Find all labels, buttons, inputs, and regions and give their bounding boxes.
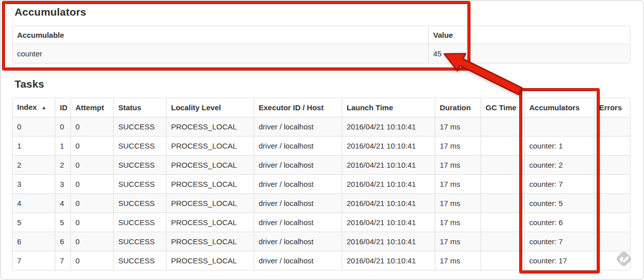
- cell-locality-level: PROCESS_LOCAL: [167, 117, 254, 136]
- cell-accumulators: [525, 117, 595, 136]
- cell-errors: [595, 194, 630, 213]
- tasks-table: Index▲ ID Attempt Status Locality Level …: [12, 98, 630, 270]
- cell-executor-id-host: driver / localhost: [254, 175, 342, 194]
- cell-executor-id-host: driver / localhost: [254, 156, 342, 175]
- cell-attempt: 0: [71, 117, 114, 136]
- col-header-locality-level[interactable]: Locality Level: [167, 98, 254, 117]
- cell-duration: 17 ms: [435, 194, 481, 213]
- cell-status: SUCCESS: [114, 136, 167, 156]
- cell-errors: [595, 117, 630, 136]
- table-row: 000SUCCESSPROCESS_LOCALdriver / localhos…: [13, 117, 630, 136]
- cell-errors: [595, 136, 630, 156]
- cell-gc-time: [481, 213, 525, 232]
- cell-launch-time: 2016/04/21 10:10:41: [342, 251, 435, 270]
- cell-index: 6: [13, 232, 55, 251]
- cell-id: 4: [55, 194, 71, 213]
- cell-duration: 17 ms: [435, 232, 481, 251]
- accumulators-section-title: Accumulators: [15, 6, 629, 18]
- table-row: 550SUCCESSPROCESS_LOCALdriver / localhos…: [13, 213, 630, 232]
- cell-errors: [595, 213, 630, 232]
- cell-accumulators: counter: 1: [525, 136, 595, 156]
- cell-executor-id-host: driver / localhost: [254, 232, 342, 251]
- cell-duration: 17 ms: [435, 117, 481, 136]
- col-header-accumulators[interactable]: Accumulators: [525, 98, 595, 117]
- cell-id: 3: [55, 175, 71, 194]
- cell-status: SUCCESS: [114, 251, 167, 270]
- cell-index: 5: [13, 213, 55, 232]
- cell-gc-time: [481, 194, 525, 213]
- col-header-attempt[interactable]: Attempt: [71, 98, 114, 117]
- cell-executor-id-host: driver / localhost: [254, 194, 342, 213]
- cell-accumulators: counter: 7: [525, 175, 595, 194]
- cell-locality-level: PROCESS_LOCAL: [167, 175, 254, 194]
- cell-errors: [595, 232, 630, 251]
- table-row: 110SUCCESSPROCESS_LOCALdriver / localhos…: [13, 136, 630, 156]
- accumulators-header-row: Accumulable Value: [13, 26, 630, 44]
- cell-locality-level: PROCESS_LOCAL: [167, 156, 254, 175]
- cell-id: 0: [55, 117, 71, 136]
- cell-locality-level: PROCESS_LOCAL: [167, 232, 254, 251]
- cell-launch-time: 2016/04/21 10:10:41: [342, 232, 435, 251]
- cell-id: 2: [55, 156, 71, 175]
- cell-gc-time: [481, 232, 525, 251]
- cell-status: SUCCESS: [114, 232, 167, 251]
- cell-attempt: 0: [71, 175, 114, 194]
- cell-errors: [595, 251, 630, 270]
- cell-errors: [595, 156, 630, 175]
- cell-index: 2: [13, 156, 55, 175]
- accumulators-table: Accumulable Value counter 45: [12, 26, 630, 63]
- cell-index: 1: [13, 136, 55, 156]
- cell-gc-time: [481, 117, 525, 136]
- cell-attempt: 0: [71, 213, 114, 232]
- cell-id: 1: [55, 136, 71, 156]
- cell-status: SUCCESS: [114, 117, 167, 136]
- cell-accumulators: counter: 5: [525, 194, 595, 213]
- col-header-gc-time[interactable]: GC Time: [481, 98, 525, 117]
- cell-index: 3: [13, 175, 55, 194]
- col-header-launch-time[interactable]: Launch Time: [342, 98, 435, 117]
- table-row: 440SUCCESSPROCESS_LOCALdriver / localhos…: [13, 194, 630, 213]
- cell-accumulators: counter: 17: [525, 251, 595, 270]
- cell-locality-level: PROCESS_LOCAL: [167, 251, 254, 270]
- cell-duration: 17 ms: [435, 213, 481, 232]
- cell-attempt: 0: [71, 136, 114, 156]
- cell-launch-time: 2016/04/21 10:10:41: [342, 117, 435, 136]
- cell-accumulators: counter: 2: [525, 156, 595, 175]
- cell-executor-id-host: driver / localhost: [254, 251, 342, 270]
- cell-status: SUCCESS: [114, 175, 167, 194]
- cell-executor-id-host: driver / localhost: [254, 117, 342, 136]
- col-header-id[interactable]: ID: [55, 98, 71, 117]
- cell-index: 7: [13, 251, 55, 270]
- col-header-value[interactable]: Value: [429, 26, 630, 44]
- cell-attempt: 0: [71, 194, 114, 213]
- cell-locality-level: PROCESS_LOCAL: [167, 194, 254, 213]
- cell-launch-time: 2016/04/21 10:10:41: [342, 213, 435, 232]
- col-header-index[interactable]: Index▲: [13, 98, 55, 117]
- cell-id: 6: [55, 232, 71, 251]
- cell-duration: 17 ms: [435, 175, 481, 194]
- tasks-header-row: Index▲ ID Attempt Status Locality Level …: [13, 98, 630, 117]
- cell-accumulators: counter: 6: [525, 213, 595, 232]
- table-row: 770SUCCESSPROCESS_LOCALdriver / localhos…: [13, 251, 630, 270]
- cell-launch-time: 2016/04/21 10:10:41: [342, 136, 435, 156]
- col-header-errors[interactable]: Errors: [595, 98, 630, 117]
- col-header-executor-id-host[interactable]: Executor ID / Host: [254, 98, 342, 117]
- cell-duration: 17 ms: [435, 156, 481, 175]
- col-header-accumulable[interactable]: Accumulable: [13, 26, 429, 44]
- cell-index: 4: [13, 194, 55, 213]
- cell-gc-time: [481, 251, 525, 270]
- accumulable-value-cell: 45: [429, 44, 630, 63]
- cell-errors: [595, 175, 630, 194]
- cell-executor-id-host: driver / localhost: [254, 136, 342, 156]
- cell-id: 5: [55, 213, 71, 232]
- cell-attempt: 0: [71, 251, 114, 270]
- col-header-duration[interactable]: Duration: [435, 98, 481, 117]
- col-header-status[interactable]: Status: [114, 98, 167, 117]
- page-content: Accumulators Accumulable Value counter 4…: [1, 6, 643, 270]
- cell-duration: 17 ms: [435, 136, 481, 156]
- cell-locality-level: PROCESS_LOCAL: [167, 213, 254, 232]
- table-row: 220SUCCESSPROCESS_LOCALdriver / localhos…: [13, 156, 630, 175]
- spark-ui-page: Accumulators Accumulable Value counter 4…: [0, 0, 644, 280]
- cell-status: SUCCESS: [114, 194, 167, 213]
- table-row: 330SUCCESSPROCESS_LOCALdriver / localhos…: [13, 175, 630, 194]
